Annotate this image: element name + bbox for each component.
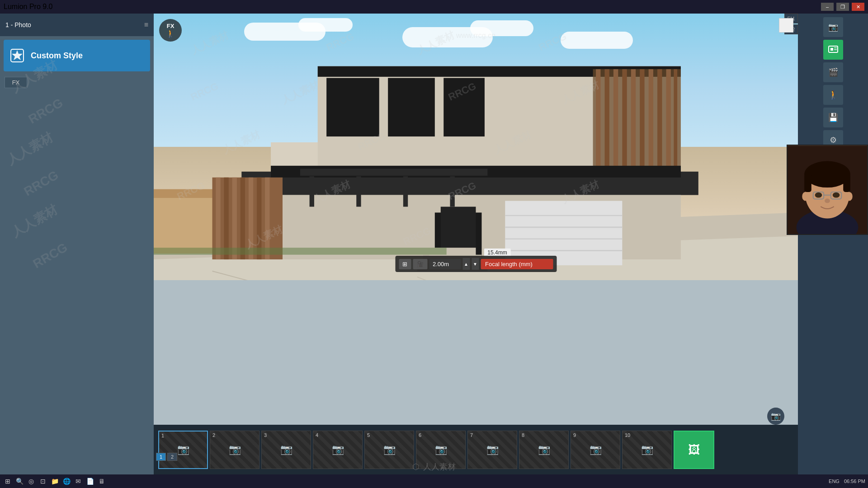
- search-icon[interactable]: 🔍: [14, 476, 24, 486]
- svg-rect-20: [640, 69, 644, 172]
- svg-rect-23: [666, 69, 671, 172]
- taskbar-right: ENG 06:56 PM: [829, 479, 865, 484]
- webcam-overlay: [787, 145, 868, 235]
- svg-rect-16: [605, 69, 609, 172]
- person-mode-button[interactable]: 🚶: [823, 85, 843, 105]
- svg-marker-1: [12, 50, 23, 60]
- filmstrip-thumb-5[interactable]: 5 📷: [364, 431, 414, 469]
- filmstrip-page-controls: 1 2: [156, 453, 177, 461]
- svg-rect-17: [613, 69, 618, 172]
- svg-rect-22: [657, 69, 662, 172]
- svg-rect-59: [843, 174, 850, 192]
- filmstrip-thumb-8[interactable]: 8 📷: [519, 431, 569, 469]
- focal-length-label: Focal length (mm): [485, 261, 533, 267]
- svg-rect-48: [265, 178, 269, 259]
- sidebar-menu-icon[interactable]: ≡: [144, 21, 148, 29]
- svg-rect-46: [249, 178, 253, 259]
- title-bar-text: Lumion Pro 9.0: [4, 3, 53, 11]
- video-icon: 🎥: [416, 261, 424, 267]
- svg-rect-25: [326, 78, 379, 136]
- export-button[interactable]: 🖼: [674, 431, 714, 469]
- filmstrip-thumb-7[interactable]: 7 📷: [467, 431, 517, 469]
- fx-person-icon: 🚶: [166, 29, 175, 38]
- add-camera-button[interactable]: 📷: [767, 408, 784, 425]
- svg-rect-27: [443, 78, 485, 136]
- filmstrip-thumb-10[interactable]: 10 📷: [622, 431, 672, 469]
- svg-rect-43: [224, 178, 228, 259]
- taskbar-app-3[interactable]: 🌐: [61, 476, 71, 486]
- height-down-button[interactable]: ▼: [472, 258, 479, 270]
- right-panel: 📷 🎬 🚶 💾 ⚙ ?: [798, 14, 868, 474]
- taskbar-time: 06:56 PM: [844, 479, 865, 484]
- camera-height-input[interactable]: [429, 259, 461, 269]
- restore-button[interactable]: ❐: [836, 3, 849, 11]
- viewport-toolbar: ⊞ 🎥 ▲ ▼ Focal length (mm): [395, 256, 557, 272]
- start-button[interactable]: ⊞: [3, 476, 13, 486]
- page-1-button[interactable]: 1: [156, 453, 166, 461]
- svg-point-64: [833, 192, 840, 198]
- camera-icon: ⊞: [402, 261, 407, 267]
- svg-point-63: [815, 192, 822, 198]
- svg-rect-44: [232, 178, 237, 259]
- svg-rect-15: [596, 69, 600, 172]
- svg-rect-41: [212, 178, 283, 259]
- height-up-button[interactable]: ▲: [462, 258, 470, 270]
- main-viewport: FX 🚶 15.4mm ⊞ 🎥 ▲ ▼ Focal length (mm) 人人…: [154, 14, 798, 280]
- fx-viewport-button[interactable]: FX 🚶: [159, 19, 182, 42]
- svg-point-65: [825, 199, 830, 203]
- page-2-button[interactable]: 2: [167, 453, 177, 461]
- svg-rect-24: [674, 69, 677, 172]
- close-button[interactable]: ✕: [852, 3, 864, 11]
- viewport-inner: FX 🚶 15.4mm ⊞ 🎥 ▲ ▼ Focal length (mm) 人人…: [154, 14, 798, 280]
- minimize-button[interactable]: –: [821, 3, 834, 11]
- taskbar-app-5[interactable]: 📄: [85, 476, 95, 486]
- svg-rect-21: [649, 69, 653, 172]
- task-view-icon[interactable]: ◎: [26, 476, 36, 486]
- building-svg: [154, 14, 798, 280]
- webcam-video: [788, 145, 867, 234]
- viewport-white-square[interactable]: [779, 18, 793, 33]
- custom-style-item[interactable]: Custom Style: [4, 40, 150, 71]
- filmstrip-thumb-9[interactable]: 9 📷: [571, 431, 620, 469]
- custom-style-label: Custom Style: [31, 51, 83, 61]
- fx-sidebar-button[interactable]: FX: [5, 77, 27, 88]
- svg-point-67: [846, 192, 853, 201]
- fx-text: FX: [167, 23, 175, 29]
- filmstrip-thumb-3[interactable]: 3 📷: [261, 431, 311, 469]
- filmstrip: 1 📷 2 📷 3 📷 4 📷 5 📷 6 📷 7 📷 8 📷 9 📷 10 📷…: [154, 425, 798, 474]
- svg-rect-47: [257, 178, 261, 259]
- custom-style-icon: [9, 47, 25, 64]
- photo-mode-button[interactable]: 📷: [823, 17, 843, 37]
- filmstrip-thumb-4[interactable]: 4 📷: [313, 431, 363, 469]
- focal-length-button[interactable]: Focal length (mm): [481, 259, 553, 269]
- window-controls: – ❐ ✕: [821, 3, 864, 11]
- taskbar-app-1[interactable]: ⊡: [38, 476, 48, 486]
- taskbar-app-4[interactable]: ✉: [73, 476, 83, 486]
- filmstrip-thumb-6[interactable]: 6 📷: [416, 431, 466, 469]
- title-bar: Lumion Pro 9.0 – ❐ ✕: [0, 0, 868, 14]
- left-sidebar: 1 - Photo ≡ Custom Style FX 人人素材 RRCG 人人…: [0, 14, 154, 474]
- svg-point-66: [802, 192, 808, 201]
- svg-rect-26: [388, 78, 435, 136]
- taskbar: ⊞ 🔍 ◎ ⊡ 📁 🌐 ✉ 📄 🖥 ENG 06:56 PM: [0, 474, 868, 488]
- sidebar-title: 1 - Photo: [5, 21, 31, 28]
- taskbar-app-2[interactable]: 📁: [50, 476, 60, 486]
- svg-rect-52: [154, 248, 447, 255]
- sidebar-header: 1 - Photo ≡: [0, 14, 154, 36]
- save-button[interactable]: 💾: [823, 108, 843, 127]
- svg-rect-58: [804, 174, 811, 192]
- taskbar-language: ENG: [829, 479, 840, 484]
- camera-plus-icon: 📷: [771, 411, 781, 421]
- svg-rect-36: [300, 169, 488, 176]
- camera-toggle-button[interactable]: ⊞: [399, 259, 411, 269]
- svg-rect-42: [216, 178, 220, 259]
- svg-rect-19: [631, 69, 636, 172]
- svg-rect-69: [830, 48, 833, 51]
- filmstrip-thumb-2[interactable]: 2 📷: [210, 431, 259, 469]
- video-mode-button[interactable]: 🎬: [823, 62, 843, 82]
- photo-active-button[interactable]: [823, 40, 843, 60]
- camera-view-button[interactable]: 🎥: [413, 259, 427, 269]
- taskbar-app-6[interactable]: 🖥: [97, 476, 107, 486]
- svg-rect-18: [622, 69, 627, 172]
- filmstrip-thumb-1[interactable]: 1 📷: [158, 431, 208, 469]
